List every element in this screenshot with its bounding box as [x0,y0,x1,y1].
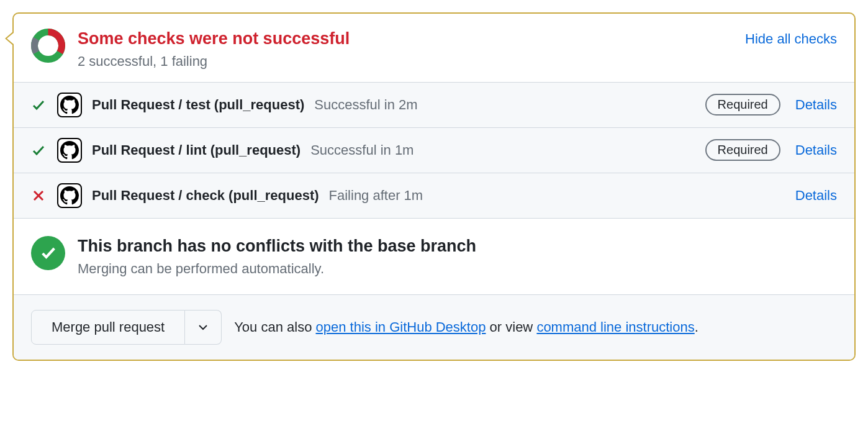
merge-dropdown-button[interactable] [185,310,222,345]
check-fail-icon [31,188,46,203]
conflicts-text: This branch has no conflicts with the ba… [78,236,476,277]
check-details-link[interactable]: Details [795,97,837,113]
conflicts-title: This branch has no conflicts with the ba… [78,236,476,257]
check-success-icon [31,143,46,158]
required-badge: Required [705,139,780,161]
merge-footer-text: You can also open this in GitHub Desktop… [234,319,698,335]
check-item: Pull Request / test (pull_request) Succe… [14,83,854,128]
check-name: Pull Request / lint (pull_request) [92,142,301,158]
hide-all-checks-link[interactable]: Hide all checks [745,31,837,47]
required-badge: Required [705,94,780,116]
check-list: Pull Request / test (pull_request) Succe… [14,82,854,219]
merge-ready-icon [31,236,65,270]
check-name: Pull Request / check (pull_request) [92,188,319,204]
check-name: Pull Request / test (pull_request) [92,97,304,113]
open-in-desktop-link[interactable]: open this in GitHub Desktop [316,319,486,335]
check-details-link[interactable]: Details [795,188,837,204]
footer-text-prefix: You can also [234,319,315,335]
merge-status-box: Some checks were not successful 2 succes… [12,12,856,361]
checks-title: Some checks were not successful [78,29,733,50]
check-status-text: Failing after 1m [329,188,795,204]
check-status-text: Successful in 2m [314,97,705,113]
checks-header: Some checks were not successful 2 succes… [14,14,854,82]
command-line-instructions-link[interactable]: command line instructions [536,319,694,335]
conflicts-subtitle: Merging can be performed automatically. [78,261,476,277]
check-item: Pull Request / lint (pull_request) Succe… [14,128,854,173]
footer-text-suffix: . [695,319,698,335]
check-item: Pull Request / check (pull_request) Fail… [14,173,854,219]
checks-subtitle: 2 successful, 1 failing [78,53,733,70]
merge-footer: Merge pull request You can also open thi… [14,295,854,360]
check-status-text: Successful in 1m [310,142,705,158]
status-donut-icon [31,29,65,63]
merge-pull-request-button[interactable]: Merge pull request [31,310,185,345]
footer-text-middle: or view [486,319,536,335]
github-avatar-icon [57,93,82,117]
check-success-icon [31,98,46,112]
caret-down-icon [199,324,207,330]
check-details-link[interactable]: Details [795,142,837,158]
merge-button-group: Merge pull request [31,310,222,345]
github-avatar-icon [57,138,82,163]
conflicts-section: This branch has no conflicts with the ba… [14,219,854,295]
checks-header-text: Some checks were not successful 2 succes… [78,29,733,70]
github-avatar-icon [57,183,82,208]
